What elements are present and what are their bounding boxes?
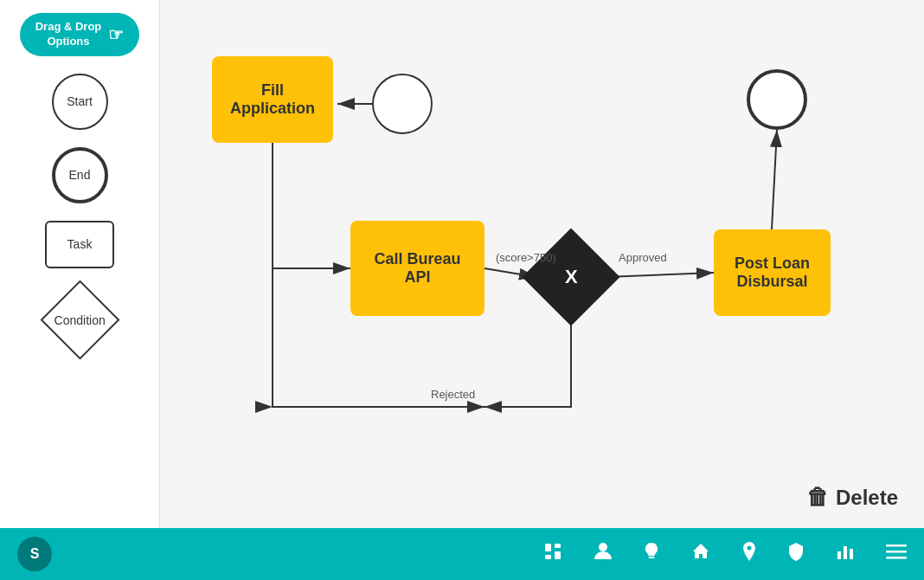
cursor-icon: ☞: [108, 23, 124, 46]
task-shape: Task: [45, 221, 114, 268]
task-label: Task: [67, 237, 93, 251]
person-icon[interactable]: [594, 541, 613, 567]
svg-point-7: [748, 546, 752, 551]
end-label: End: [69, 168, 91, 182]
fill-application-label: FillApplication: [230, 81, 315, 118]
delete-label: Delete: [836, 486, 898, 510]
call-bureau-label: Call BureauAPI: [374, 250, 460, 287]
approved-label: Approved: [619, 251, 667, 264]
menu-icon[interactable]: [886, 543, 907, 565]
condition-shape-wrapper: Condition: [45, 286, 114, 355]
arrow-post-to-end: [772, 130, 777, 229]
svg-rect-8: [837, 551, 841, 559]
score-label-text: (score>750): [496, 251, 556, 264]
rejected-label: Rejected: [431, 388, 475, 401]
condition-label: Condition: [54, 313, 105, 327]
drag-drop-label: Drag & DropOptions: [35, 20, 102, 49]
drag-drop-button[interactable]: Drag & DropOptions ☞: [20, 13, 140, 56]
sidebar: Drag & DropOptions ☞ Start End Task Cond…: [0, 0, 160, 528]
arrow-fill-to-call: [273, 143, 350, 268]
node-fill-application[interactable]: FillApplication: [212, 56, 333, 143]
bar-chart-icon[interactable]: [835, 541, 856, 567]
score-label: (score>750): [496, 251, 556, 264]
svg-rect-6: [649, 557, 655, 558]
delete-button[interactable]: 🗑 Delete: [806, 484, 898, 511]
delete-trash-icon: 🗑: [806, 484, 829, 511]
palette-condition[interactable]: Condition: [45, 286, 114, 355]
svg-rect-10: [850, 549, 853, 559]
start-shape: Start: [52, 74, 108, 130]
svg-rect-9: [844, 546, 847, 559]
svg-point-5: [599, 543, 607, 551]
condition-shape: Condition: [40, 280, 119, 360]
svg-rect-4: [545, 555, 551, 559]
svg-rect-2: [555, 544, 561, 548]
avatar-letter: S: [30, 546, 40, 562]
rejected-label-text: Rejected: [431, 388, 475, 401]
svg-rect-13: [886, 557, 907, 559]
post-loan-label: Post LoanDisbursal: [735, 255, 810, 291]
bottom-navigation: S: [0, 528, 924, 580]
diagram-canvas[interactable]: FillApplication Call BureauAPI X Post Lo…: [160, 0, 924, 580]
node-event-circle[interactable]: [372, 74, 433, 134]
dashboard-icon[interactable]: [542, 541, 563, 567]
location-icon[interactable]: [741, 541, 757, 567]
palette-end[interactable]: End: [52, 147, 108, 203]
node-call-bureau[interactable]: Call BureauAPI: [350, 221, 484, 316]
svg-rect-11: [886, 545, 907, 547]
start-label: Start: [67, 94, 93, 108]
node-end-circle[interactable]: [747, 69, 807, 130]
node-post-loan[interactable]: Post LoanDisbursal: [714, 229, 831, 316]
node-x-gateway[interactable]: X: [522, 228, 619, 325]
palette-start[interactable]: Start: [52, 74, 108, 130]
arrow-gate-to-post: [606, 273, 714, 277]
palette-task[interactable]: Task: [45, 221, 114, 268]
nav-icons-group: [542, 541, 907, 567]
end-shape: End: [52, 147, 108, 203]
approved-label-text: Approved: [619, 251, 667, 264]
svg-rect-3: [555, 551, 561, 559]
lightbulb-icon[interactable]: [643, 541, 660, 567]
user-avatar[interactable]: S: [17, 537, 52, 571]
svg-rect-1: [545, 544, 551, 551]
home-icon[interactable]: [690, 541, 711, 567]
gateway-x-label: X: [565, 266, 578, 288]
svg-rect-12: [886, 551, 907, 553]
arrow-rejected: [484, 312, 571, 407]
shield-icon[interactable]: [787, 541, 805, 567]
